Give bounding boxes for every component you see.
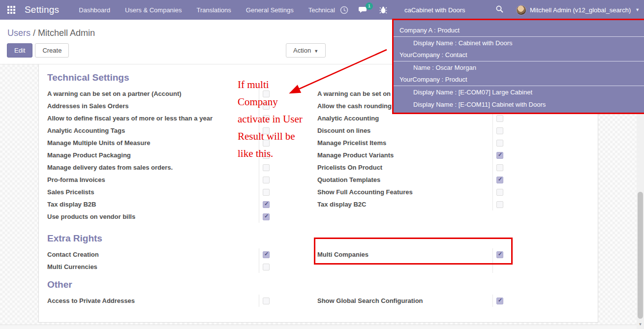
bug-icon[interactable] bbox=[377, 0, 390, 20]
navbar-right: 1 bbox=[337, 0, 644, 20]
search-group-header-yourcompany-product: YourCompany : Product bbox=[394, 74, 644, 86]
global-search-dropdown: Company A : ProductDisplay Name : Cabine… bbox=[394, 20, 644, 113]
setting-label-contact-creation: Contact Creation bbox=[47, 251, 259, 258]
setting-label-analytic-accounting-tags: Analytic Accounting Tags bbox=[47, 127, 259, 134]
checkbox-cell bbox=[259, 261, 273, 273]
nav-item-general-settings[interactable]: General Settings bbox=[246, 6, 294, 14]
checkbox-manage-pricelist-items[interactable] bbox=[496, 140, 503, 147]
checkbox-access-to-private-addresses[interactable] bbox=[263, 298, 270, 304]
app-title[interactable]: Settings bbox=[25, 4, 59, 15]
checkbox-sales-pricelists[interactable] bbox=[263, 189, 270, 196]
scrollbar-thumb[interactable] bbox=[638, 192, 643, 319]
checkbox-cell bbox=[259, 198, 273, 210]
checkbox-show-full-accounting-features[interactable] bbox=[496, 189, 503, 196]
setting-label-manage-multiple-units-of-measure: Manage Multiple Units of Measure bbox=[47, 139, 259, 147]
other-left-column: Access to Private Addresses bbox=[47, 295, 273, 307]
checkbox-pro-forma-invoices[interactable] bbox=[263, 177, 270, 183]
setting-label-analytic-accounting: Analytic Accounting bbox=[317, 115, 492, 122]
setting-label-discount-on-lines: Discount on lines bbox=[317, 127, 492, 134]
search-result-item[interactable]: Name : Oscar Morgan bbox=[394, 61, 644, 74]
setting-row: Multi Currencies bbox=[47, 261, 273, 273]
setting-label-manage-delivery-dates-from-sales-orders: Manage delivery dates from sales orders. bbox=[47, 164, 259, 171]
other-right-column: Show Global Search Configuration bbox=[317, 295, 506, 307]
checkbox-contact-creation[interactable] bbox=[263, 251, 270, 258]
setting-label-addresses-in-sales-orders: Addresses in Sales Orders bbox=[47, 102, 259, 110]
checkbox-cell bbox=[492, 112, 506, 124]
nav-item-technical[interactable]: Technical bbox=[308, 6, 335, 14]
chevron-down-icon: ▼ bbox=[635, 7, 640, 12]
checkbox-tax-display-b2c[interactable] bbox=[496, 201, 503, 208]
nav-item-dashboard[interactable]: Dashboard bbox=[79, 6, 110, 14]
checkbox-multi-currencies[interactable] bbox=[263, 264, 270, 270]
page: Settings DashboardUsers & CompaniesTrans… bbox=[0, 0, 644, 329]
checkbox-discount-on-lines[interactable] bbox=[496, 127, 503, 134]
setting-label-manage-product-packaging: Manage Product Packaging bbox=[47, 151, 259, 159]
top-navbar: Settings DashboardUsers & CompaniesTrans… bbox=[0, 0, 644, 20]
checkbox-cell bbox=[492, 149, 506, 161]
checkbox-cell bbox=[492, 295, 506, 307]
setting-label-tax-display-b2b: Tax display B2B bbox=[47, 201, 259, 208]
caret-down-icon: ▼ bbox=[314, 49, 318, 54]
search-group-header-yourcompany-contact: YourCompany : Contact bbox=[394, 49, 644, 61]
messages-icon[interactable]: 1 bbox=[357, 0, 370, 20]
checkbox-quotation-templates[interactable] bbox=[496, 177, 503, 183]
nav-item-translations[interactable]: Translations bbox=[196, 6, 231, 14]
setting-row: Pricelists On Product bbox=[317, 161, 506, 174]
user-name: Mitchell Admin (v12_global_search) bbox=[530, 6, 631, 14]
setting-row: Manage delivery dates from sales orders. bbox=[47, 161, 273, 174]
setting-row: Show Full Accounting Features bbox=[317, 186, 506, 198]
annotation-line: Result will be bbox=[238, 128, 321, 145]
setting-row: Manage Product Variants bbox=[317, 149, 506, 161]
setting-row: Sales Pricelists bbox=[47, 186, 273, 198]
checkbox-analytic-accounting[interactable] bbox=[496, 115, 503, 122]
search-result-item[interactable]: Display Name : [E-COM11] Cabinet with Do… bbox=[394, 98, 644, 111]
search-icon[interactable] bbox=[496, 5, 503, 15]
checkbox-cell bbox=[492, 261, 506, 273]
search-input[interactable] bbox=[404, 6, 492, 14]
setting-row: Contact Creation bbox=[47, 248, 273, 261]
nav-item-users-companies[interactable]: Users & Companies bbox=[125, 6, 182, 14]
annotation-line: like this. bbox=[238, 145, 321, 162]
checkbox-use-products-on-vendor-bills[interactable] bbox=[263, 213, 270, 220]
checkbox-manage-product-variants[interactable] bbox=[496, 152, 503, 159]
breadcrumb-current: Mitchell Admin bbox=[38, 28, 95, 38]
setting-row: Tax display B2C bbox=[317, 198, 506, 210]
apps-menu-icon[interactable] bbox=[0, 0, 23, 20]
checkbox-show-global-search-configuration[interactable] bbox=[496, 298, 503, 304]
setting-label-allow-to-define-fiscal-years-of-more-or-less-than-a-year: Allow to define fiscal years of more or … bbox=[47, 115, 259, 122]
action-dropdown-button[interactable]: Action▼ bbox=[286, 43, 326, 58]
setting-row: Tax display B2B bbox=[47, 198, 273, 210]
search-result-item[interactable]: Display Name : [E-COM07] Large Cabinet bbox=[394, 86, 644, 98]
extra-rights-left-column: Contact CreationMulti Currencies bbox=[47, 248, 273, 273]
checkbox-cell bbox=[492, 124, 506, 137]
checkbox-pricelists-on-product[interactable] bbox=[496, 164, 503, 171]
setting-label-access-to-private-addresses: Access to Private Addresses bbox=[47, 297, 259, 304]
breadcrumb-users-link[interactable]: Users bbox=[7, 28, 31, 38]
extra-rights-right-column: Multi Companies bbox=[317, 248, 506, 273]
setting-row: Quotation Templates bbox=[317, 174, 506, 186]
search-group-header-company-a-product: Company A : Product bbox=[394, 25, 644, 37]
checkbox-cell bbox=[492, 161, 506, 174]
create-button[interactable]: Create bbox=[35, 43, 69, 58]
checkbox-cell bbox=[492, 174, 506, 186]
checkbox-multi-companies[interactable] bbox=[496, 251, 503, 258]
setting-label-pro-forma-invoices: Pro-forma Invoices bbox=[47, 176, 259, 183]
scrollbar-down-arrow-icon[interactable]: ▼ bbox=[637, 321, 644, 328]
edit-button[interactable]: Edit bbox=[7, 43, 32, 58]
checkbox-manage-delivery-dates-from-sales-orders[interactable] bbox=[263, 164, 270, 171]
checkbox-tax-display-b2b[interactable] bbox=[263, 201, 270, 208]
setting-label-manage-product-variants: Manage Product Variants bbox=[317, 151, 492, 159]
section-title-extra-rights: Extra Rights bbox=[47, 233, 598, 244]
setting-row bbox=[317, 261, 506, 273]
setting-row: Manage Pricelist Items bbox=[317, 137, 506, 149]
activities-clock-icon[interactable] bbox=[337, 0, 350, 20]
setting-row: Use products on vendor bills bbox=[47, 210, 273, 223]
setting-label-show-full-accounting-features: Show Full Accounting Features bbox=[317, 188, 492, 196]
checkbox-cell bbox=[259, 248, 273, 261]
setting-label-multi-companies: Multi Companies bbox=[317, 251, 492, 258]
checkbox-cell bbox=[492, 248, 506, 261]
user-menu[interactable]: Mitchell Admin (v12_global_search) ▼ bbox=[516, 5, 640, 15]
action-label: Action bbox=[293, 47, 311, 54]
setting-label-tax-display-b2c: Tax display B2C bbox=[317, 201, 492, 208]
search-result-item[interactable]: Display Name : Cabinet with Doors bbox=[394, 37, 644, 49]
